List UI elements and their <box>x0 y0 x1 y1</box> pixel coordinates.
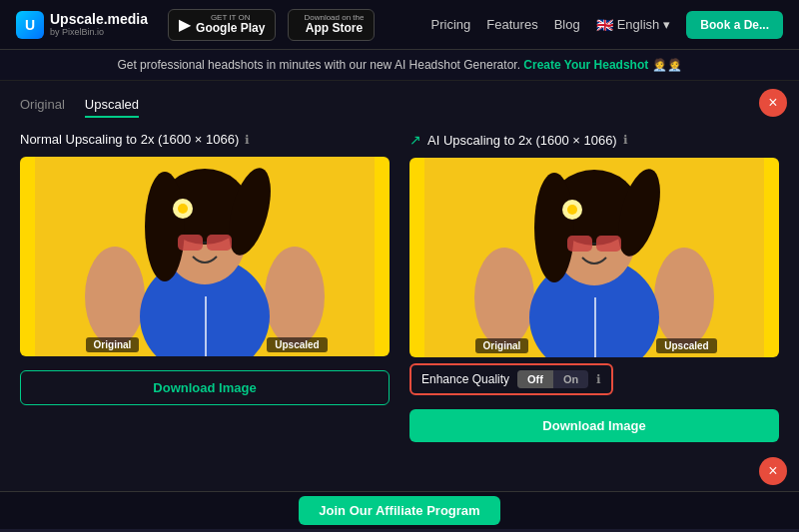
affiliate-cta-button[interactable]: Join Our Affiliate Program <box>299 496 499 525</box>
ai-sparkle-icon: ↗ <box>409 132 421 148</box>
slider-original-label: Original <box>86 337 140 352</box>
normal-image-container: Original Upscaled <box>20 157 390 356</box>
svg-rect-10 <box>207 235 232 251</box>
toggle-off-button[interactable]: Off <box>517 370 553 388</box>
svg-point-7 <box>145 172 185 281</box>
nav-features[interactable]: Features <box>486 17 537 32</box>
normal-download-button[interactable]: Download Image <box>20 370 390 405</box>
promo-emoji: 🧑‍💼🧑‍💼 <box>652 58 682 72</box>
normal-image-slider: Original Upscaled <box>20 296 390 356</box>
toggle-on-button[interactable]: On <box>553 370 588 388</box>
svg-point-21 <box>534 173 574 282</box>
comparison-grid: Normal Upscaling to 2x (1600 × 1066) ℹ <box>20 132 779 442</box>
normal-info-icon[interactable]: ℹ <box>245 133 250 147</box>
nav-pricing[interactable]: Pricing <box>431 17 471 32</box>
chevron-down-icon: ▾ <box>663 17 670 32</box>
svg-rect-9 <box>178 235 203 251</box>
ai-info-icon[interactable]: ℹ <box>623 133 628 147</box>
ai-slider-upscaled-half: Upscaled <box>594 297 779 357</box>
slider-upscaled-half: Upscaled <box>205 296 390 356</box>
logo: U Upscale.media by PixelBin.io <box>16 11 148 39</box>
main-content: × Original Upscaled Normal Upscaling to … <box>0 81 799 529</box>
normal-upscaling-title: Normal Upscaling to 2x (1600 × 1066) ℹ <box>20 132 390 147</box>
slider-original-half: Original <box>20 296 205 356</box>
google-play-button[interactable]: ▶ GET IT ON Google Play <box>168 9 276 41</box>
enhance-quality-label: Enhance Quality <box>421 372 509 386</box>
ai-slider-line <box>594 297 596 357</box>
ai-slider-original-half: Original <box>409 297 594 357</box>
promo-cta[interactable]: Create Your Headshot <box>523 58 648 72</box>
svg-point-27 <box>567 205 577 215</box>
ai-slider-original-label: Original <box>475 338 529 353</box>
ai-download-button[interactable]: Download Image <box>409 409 779 442</box>
tab-upscaled[interactable]: Upscaled <box>85 97 139 118</box>
promo-bar: Get professional headshots in minutes wi… <box>0 50 799 81</box>
app-store-button[interactable]: Download on the App Store <box>288 9 375 41</box>
ai-upscaling-title: ↗ AI Upscaling to 2x (1600 × 1066) ℹ <box>409 132 779 148</box>
svg-rect-23 <box>567 236 592 252</box>
close-button-bottom[interactable]: × <box>759 457 787 485</box>
book-demo-button[interactable]: Book a De... <box>686 11 783 39</box>
promo-text: Get professional headshots in minutes wi… <box>117 58 520 72</box>
svg-point-13 <box>178 204 188 214</box>
ai-slider-upscaled-label: Upscaled <box>656 338 716 353</box>
enhance-quality-info-icon[interactable]: ℹ <box>596 372 601 386</box>
language-selector[interactable]: 🇬🇧 English ▾ <box>596 17 671 33</box>
ai-image-container: Original Upscaled <box>409 158 779 357</box>
affiliate-bar: Join Our Affiliate Program <box>0 491 799 529</box>
slider-line <box>205 296 207 356</box>
google-play-icon: ▶ <box>179 15 191 34</box>
tabs: Original Upscaled <box>20 97 779 118</box>
ai-upscaling-column: ↗ AI Upscaling to 2x (1600 × 1066) ℹ <box>409 132 779 442</box>
close-button-top[interactable]: × <box>759 89 787 117</box>
ai-image-slider: Original Upscaled <box>409 297 779 357</box>
nav-blog[interactable]: Blog <box>554 17 580 32</box>
svg-rect-24 <box>596 236 621 252</box>
navbar: U Upscale.media by PixelBin.io ▶ GET IT … <box>0 0 799 50</box>
logo-text: Upscale.media by PixelBin.io <box>50 12 148 37</box>
flag-icon: 🇬🇧 <box>596 17 613 33</box>
normal-upscaling-column: Normal Upscaling to 2x (1600 × 1066) ℹ <box>20 132 390 442</box>
logo-icon: U <box>16 11 44 39</box>
enhance-quality-box: Enhance Quality Off On ℹ <box>409 363 613 395</box>
tab-original[interactable]: Original <box>20 97 65 118</box>
nav-links: Pricing Features Blog 🇬🇧 English ▾ Book … <box>431 11 783 39</box>
enhance-quality-toggle: Off On <box>517 370 588 388</box>
slider-upscaled-label: Upscaled <box>267 337 327 352</box>
